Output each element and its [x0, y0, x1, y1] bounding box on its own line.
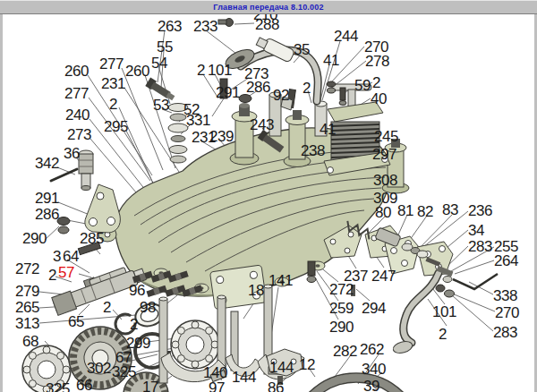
part-label-81[interactable]: 81 — [397, 203, 413, 218]
part-label-295[interactable]: 295 — [104, 119, 128, 134]
part-label-35[interactable]: 35 — [294, 42, 310, 57]
part-label-259[interactable]: 259 — [329, 301, 354, 316]
part-label-83[interactable]: 83 — [442, 202, 458, 217]
part-label-260[interactable]: 260 — [64, 64, 89, 79]
part-label-39[interactable]: 39 — [363, 379, 379, 392]
part-label-302[interactable]: 302 — [87, 361, 111, 376]
part-label-285[interactable]: 285 — [80, 231, 104, 246]
part-label-2[interactable]: 2 — [109, 97, 117, 112]
part-label-244[interactable]: 244 — [334, 29, 358, 44]
part-label-286[interactable]: 286 — [35, 207, 59, 222]
part-label-277[interactable]: 277 — [99, 56, 124, 72]
parts-catalog-window: 2632332102885554260277260231277224029527… — [0, 0, 537, 392]
part-label-283[interactable]: 283 — [493, 325, 517, 340]
part-label-144[interactable]: 144 — [269, 360, 294, 375]
part-label-291[interactable]: 291 — [35, 191, 59, 206]
part-label-92[interactable]: 92 — [273, 88, 289, 103]
part-label-57[interactable]: 57 — [58, 265, 74, 280]
part-label-3[interactable]: 3 — [53, 249, 61, 264]
part-labels-layer: 2632332102885554260277260231277224029527… — [0, 0, 537, 392]
part-label-97[interactable]: 97 — [209, 380, 225, 392]
part-label-2[interactable]: 2 — [130, 317, 138, 332]
part-label-40[interactable]: 40 — [371, 91, 387, 107]
window-titlebar[interactable]: Главная передача 8.10.002 — [0, 0, 537, 14]
part-label-299[interactable]: 299 — [126, 336, 150, 351]
part-label-2[interactable]: 2 — [48, 268, 56, 283]
part-label-283[interactable]: 283 — [468, 239, 492, 254]
part-label-342[interactable]: 342 — [35, 156, 59, 171]
part-label-2[interactable]: 2 — [372, 75, 380, 90]
part-label-331[interactable]: 331 — [186, 113, 210, 128]
part-label-338[interactable]: 338 — [493, 288, 517, 303]
part-label-265[interactable]: 265 — [15, 300, 39, 315]
part-label-17[interactable]: 17 — [142, 379, 158, 392]
part-label-65[interactable]: 65 — [68, 314, 84, 329]
part-label-270[interactable]: 270 — [495, 305, 519, 320]
part-label-288[interactable]: 288 — [255, 17, 279, 32]
part-label-231[interactable]: 231 — [101, 76, 125, 91]
part-label-41[interactable]: 41 — [323, 53, 339, 68]
part-label-233[interactable]: 233 — [193, 19, 217, 34]
part-label-238[interactable]: 238 — [301, 143, 325, 158]
part-label-239[interactable]: 239 — [209, 129, 234, 144]
part-label-80[interactable]: 80 — [375, 205, 391, 220]
window-title: Главная передача 8.10.002 — [0, 1, 537, 13]
part-label-290[interactable]: 290 — [22, 231, 47, 246]
part-label-247[interactable]: 247 — [371, 268, 396, 284]
part-label-279[interactable]: 279 — [15, 284, 39, 299]
part-label-290[interactable]: 290 — [329, 320, 354, 335]
part-label-264[interactable]: 264 — [494, 253, 518, 268]
part-label-54[interactable]: 54 — [151, 55, 167, 71]
part-label-141[interactable]: 141 — [268, 273, 293, 288]
part-label-243[interactable]: 243 — [250, 117, 274, 132]
part-label-64[interactable]: 64 — [63, 249, 79, 264]
part-label-2[interactable]: 2 — [197, 63, 205, 78]
part-label-273[interactable]: 273 — [67, 127, 91, 142]
part-label-36[interactable]: 36 — [64, 146, 80, 161]
part-label-82[interactable]: 82 — [417, 204, 433, 219]
part-label-308[interactable]: 308 — [373, 173, 397, 188]
part-label-144[interactable]: 144 — [232, 370, 256, 385]
part-label-101[interactable]: 101 — [208, 63, 232, 78]
part-label-86[interactable]: 86 — [268, 380, 284, 392]
part-label-297[interactable]: 297 — [372, 147, 396, 162]
part-label-325[interactable]: 325 — [46, 381, 70, 392]
part-label-41[interactable]: 41 — [320, 122, 336, 137]
part-label-55[interactable]: 55 — [157, 39, 173, 55]
part-label-67[interactable]: 67 — [115, 350, 132, 365]
part-label-2[interactable]: 2 — [303, 81, 311, 96]
diagram-canvas: 2632332102885554260277260231277224029527… — [0, 0, 537, 392]
part-label-237[interactable]: 237 — [344, 268, 368, 284]
part-label-59[interactable]: 59 — [354, 78, 371, 93]
part-label-278[interactable]: 278 — [365, 54, 389, 69]
part-label-255[interactable]: 255 — [494, 239, 518, 254]
part-label-260[interactable]: 260 — [125, 64, 149, 79]
part-label-240[interactable]: 240 — [65, 107, 90, 123]
part-label-277[interactable]: 277 — [64, 86, 89, 101]
part-label-262[interactable]: 262 — [360, 342, 384, 357]
part-label-68[interactable]: 68 — [22, 334, 38, 349]
part-label-282[interactable]: 282 — [333, 344, 357, 359]
part-label-340[interactable]: 340 — [362, 362, 386, 377]
part-label-18[interactable]: 18 — [248, 283, 264, 298]
part-label-96[interactable]: 96 — [129, 283, 145, 298]
part-label-286[interactable]: 286 — [246, 80, 270, 95]
part-label-98[interactable]: 98 — [140, 300, 156, 315]
part-label-101[interactable]: 101 — [432, 304, 456, 320]
part-label-66[interactable]: 66 — [76, 378, 92, 392]
part-label-140[interactable]: 140 — [203, 365, 227, 380]
part-label-309[interactable]: 309 — [373, 191, 397, 206]
part-label-291[interactable]: 291 — [216, 85, 240, 100]
part-label-263[interactable]: 263 — [158, 19, 182, 34]
part-label-236[interactable]: 236 — [468, 203, 492, 218]
part-label-272[interactable]: 272 — [15, 261, 39, 277]
part-label-34[interactable]: 34 — [468, 223, 484, 238]
part-label-2[interactable]: 2 — [439, 327, 447, 342]
part-label-294[interactable]: 294 — [362, 301, 386, 316]
part-label-12[interactable]: 12 — [299, 357, 315, 372]
part-label-313[interactable]: 313 — [15, 316, 39, 331]
part-label-325[interactable]: 325 — [112, 364, 136, 379]
part-label-53[interactable]: 53 — [153, 98, 169, 113]
part-label-2[interactable]: 2 — [103, 300, 111, 315]
part-label-245[interactable]: 245 — [374, 129, 398, 144]
